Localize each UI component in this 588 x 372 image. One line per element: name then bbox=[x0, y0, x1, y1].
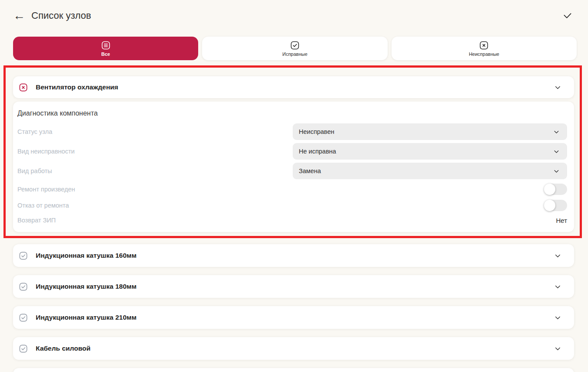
dropdown-value: Не исправна bbox=[299, 148, 336, 155]
field-label: Ремонт произведен bbox=[17, 186, 75, 193]
repair-done-toggle[interactable] bbox=[544, 184, 567, 195]
node-item-power-cable[interactable]: Кабель силовой bbox=[13, 337, 574, 360]
chevron-down-icon[interactable] bbox=[554, 283, 562, 291]
fault-type-dropdown[interactable]: Не исправна bbox=[293, 143, 567, 160]
field-row-work-type: Вид работы Замена bbox=[17, 163, 567, 179]
work-type-dropdown[interactable]: Замена bbox=[293, 163, 567, 179]
tab-working-label: Исправные bbox=[282, 51, 308, 57]
node-item-partial[interactable] bbox=[13, 368, 574, 372]
chevron-down-icon[interactable] bbox=[554, 345, 562, 353]
chevron-down-icon[interactable] bbox=[554, 314, 562, 322]
repair-refused-toggle[interactable] bbox=[544, 200, 567, 211]
diagnostics-card: Диагностика компонента Статус узла Неисп… bbox=[13, 102, 574, 232]
node-item-title: Индукционная катушка 210мм bbox=[36, 314, 554, 321]
node-item-fan-header[interactable]: Вентилятор охлаждения bbox=[13, 76, 574, 98]
toggle-knob bbox=[544, 184, 555, 195]
chevron-down-icon[interactable] bbox=[554, 252, 562, 260]
x-square-icon bbox=[479, 40, 489, 51]
field-label: Отказ от ремонта bbox=[17, 202, 69, 209]
tab-all[interactable]: Все bbox=[13, 37, 198, 60]
tab-all-label: Все bbox=[101, 51, 110, 57]
chevron-down-icon bbox=[553, 167, 560, 175]
field-label: Статус узла bbox=[17, 128, 52, 135]
dropdown-value: Замена bbox=[299, 167, 321, 174]
field-label: Вид работы bbox=[17, 167, 52, 174]
filter-tabs: Все Исправные Неисправные bbox=[13, 37, 577, 60]
x-square-icon bbox=[18, 82, 28, 92]
field-row-zip-return: Возврат ЗИП Нет bbox=[17, 215, 567, 226]
field-row-repair-refused: Отказ от ремонта bbox=[17, 198, 567, 212]
node-item-title: Индукционная катушка 160мм bbox=[36, 252, 554, 259]
tab-faulty-label: Неисправные bbox=[469, 51, 499, 57]
dropdown-value: Неисправен bbox=[299, 128, 334, 135]
tab-working[interactable]: Исправные bbox=[202, 37, 387, 60]
topbar: ← Список узлов bbox=[0, 0, 588, 23]
list-icon bbox=[101, 40, 111, 51]
check-square-icon bbox=[18, 282, 28, 292]
node-item-title: Индукционная катушка 180мм bbox=[36, 283, 554, 290]
node-item-title: Кабель силовой bbox=[36, 345, 554, 352]
confirm-check-icon[interactable] bbox=[562, 10, 573, 21]
check-square-icon bbox=[18, 251, 28, 261]
check-square-icon bbox=[18, 313, 28, 323]
node-item-coil-160[interactable]: Индукционная катушка 160мм bbox=[13, 244, 574, 267]
field-row-status: Статус узла Неисправен bbox=[17, 123, 567, 140]
toggle-knob bbox=[544, 200, 555, 211]
check-square-icon bbox=[290, 40, 300, 51]
page-title: Список узлов bbox=[31, 10, 91, 21]
node-item-title: Вентилятор охлаждения bbox=[36, 83, 554, 91]
status-dropdown[interactable]: Неисправен bbox=[293, 123, 567, 140]
field-label: Вид неисправности bbox=[17, 148, 74, 155]
field-row-fault-type: Вид неисправности Не исправна bbox=[17, 143, 567, 160]
back-arrow-icon[interactable]: ← bbox=[13, 10, 25, 21]
chevron-down-icon bbox=[553, 148, 560, 155]
field-row-repair-done: Ремонт произведен bbox=[17, 182, 567, 196]
tab-faulty[interactable]: Неисправные bbox=[392, 37, 577, 60]
chevron-down-icon bbox=[553, 128, 560, 136]
check-square-icon bbox=[18, 344, 28, 354]
node-list: Вентилятор охлаждения Диагностика компон… bbox=[13, 76, 574, 372]
zip-return-value: Нет bbox=[556, 217, 567, 224]
chevron-down-icon[interactable] bbox=[554, 83, 562, 92]
node-item-coil-180[interactable]: Индукционная катушка 180мм bbox=[13, 275, 574, 298]
field-label: Возврат ЗИП bbox=[17, 217, 56, 224]
diagnostics-section-title: Диагностика компонента bbox=[17, 109, 567, 117]
node-item-coil-210[interactable]: Индукционная катушка 210мм bbox=[13, 306, 574, 329]
